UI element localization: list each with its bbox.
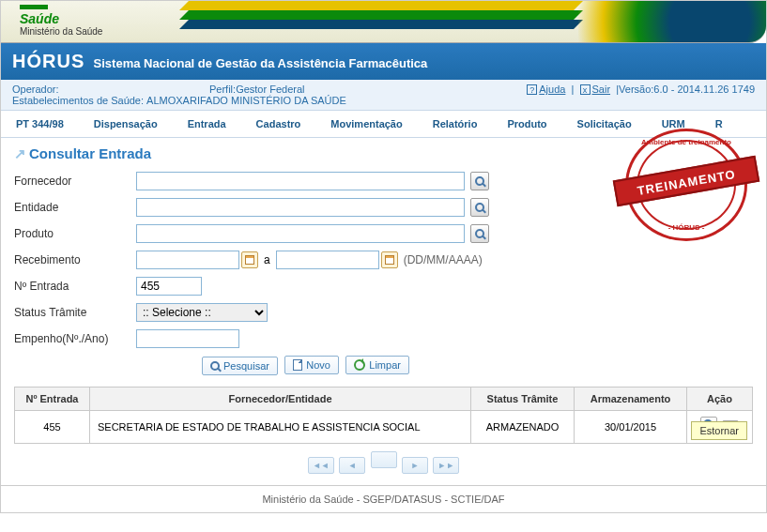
col-armazenamento: Armazenamento: [575, 388, 687, 411]
estab-label: Estabelecimentos de Saúde:: [12, 95, 144, 106]
saude-logo-text: Saúde: [20, 11, 102, 26]
recebimento-hint: (DD/MM/AAAA): [404, 253, 483, 266]
recebimento-to-input[interactable]: [276, 251, 379, 269]
pager-prev[interactable]: ◄: [339, 457, 365, 474]
menu-dispensacao[interactable]: Dispensação: [79, 116, 173, 131]
nentrada-input[interactable]: [136, 277, 202, 296]
novo-button[interactable]: Novo: [284, 356, 339, 374]
menu-entrada[interactable]: Entrada: [173, 116, 241, 131]
entidade-label: Entidade: [14, 201, 136, 214]
tooltip-estornar: Estornar: [691, 421, 747, 440]
col-status: Status Trâmite: [471, 388, 575, 411]
new-icon: [293, 359, 302, 371]
recebimento-from-input[interactable]: [136, 251, 239, 269]
menu-cadastro[interactable]: Cadastro: [241, 116, 316, 131]
perfil-value: Gestor Federal: [236, 84, 304, 95]
operador-label: Operador:: [12, 84, 209, 95]
pager-first[interactable]: ◄◄: [308, 457, 334, 474]
perfil-label: Perfil:: [209, 84, 236, 95]
recebimento-to-calendar-button[interactable]: [381, 251, 398, 268]
cell-fornecedor: SECRETARIA DE ESTADO DE TRABALHO E ASSIS…: [90, 411, 471, 444]
cell-status: ARMAZENADO: [471, 411, 575, 444]
table-row: 455 SECRETARIA DE ESTADO DE TRABALHO E A…: [15, 411, 753, 444]
pager-current[interactable]: [371, 451, 397, 468]
system-tagline: Sistema Nacional de Gestão da Assistênci…: [94, 56, 428, 70]
pesquisar-button[interactable]: Pesquisar: [202, 357, 278, 375]
recebimento-from-calendar-button[interactable]: [241, 251, 258, 268]
stamp-bottom-text: - HÓRUS -: [625, 223, 747, 232]
estab-value: ALMOXARIFADO MINISTÉRIO DA SAÚDE: [146, 95, 346, 106]
menu-produto[interactable]: Produto: [492, 116, 561, 131]
calendar-icon: [245, 255, 254, 265]
empenho-label: Empenho(Nº./Ano): [14, 332, 136, 345]
entidade-input[interactable]: [136, 198, 465, 217]
cell-nentrada: 455: [15, 411, 90, 444]
recebimento-label: Recebimento: [14, 253, 136, 266]
pager-next[interactable]: ►: [402, 457, 428, 474]
nentrada-label: Nº Entrada: [14, 280, 136, 293]
produto-input[interactable]: [136, 224, 465, 243]
search-icon: [475, 203, 484, 212]
help-link[interactable]: Ajuda: [539, 84, 565, 95]
empenho-input[interactable]: [136, 329, 239, 348]
search-icon: [475, 176, 484, 186]
fornecedor-input[interactable]: [136, 172, 465, 190]
status-label: Status Trâmite: [14, 306, 136, 319]
exit-link[interactable]: Sair: [592, 84, 611, 95]
results-table: Nº Entrada Fornecedor/Entidade Status Tr…: [14, 387, 753, 444]
banner: Saúde Ministério da Saúde: [1, 1, 766, 43]
version-text: Versão:6.0 - 2014.11.26 1749: [619, 84, 755, 95]
ministerio-text: Ministério da Saúde: [20, 26, 102, 37]
cell-armazenamento: 30/01/2015: [575, 411, 687, 444]
search-icon: [210, 361, 220, 371]
search-icon: [475, 229, 484, 238]
menu-pt34498[interactable]: PT 344/98: [1, 116, 79, 131]
clear-icon: [354, 359, 365, 371]
col-acao: Ação: [687, 388, 753, 411]
system-name: HÓRUS: [12, 51, 84, 71]
fornecedor-lookup-button[interactable]: [470, 172, 489, 190]
training-stamp: Ambiente de treinamento TREINAMENTO - HÓ…: [625, 129, 747, 241]
col-fornecedor: Fornecedor/Entidade: [90, 388, 471, 411]
fornecedor-label: Fornecedor: [14, 175, 136, 188]
limpar-button[interactable]: Limpar: [345, 356, 409, 374]
exit-icon[interactable]: x: [580, 84, 591, 95]
entidade-lookup-button[interactable]: [470, 198, 489, 217]
title-arrow-icon: ↗: [14, 145, 26, 162]
recebimento-sep: a: [264, 253, 270, 266]
col-nentrada: Nº Entrada: [15, 388, 90, 411]
produto-lookup-button[interactable]: [470, 224, 489, 243]
status-select[interactable]: :: Selecione ::: [136, 303, 268, 322]
pager-last[interactable]: ►►: [433, 457, 459, 474]
calendar-icon: [385, 255, 394, 265]
title-bar: HÓRUS Sistema Nacional de Gestão da Assi…: [1, 43, 766, 80]
stamp-top-text: Ambiente de treinamento: [625, 138, 747, 146]
info-strip: Operador: Perfil:Gestor Federal ?Ajuda |…: [1, 80, 766, 111]
menu-movimentacao[interactable]: Movimentação: [315, 116, 417, 131]
pagination: ◄◄ ◄ ► ►►: [14, 451, 753, 474]
footer: Ministério da Saúde - SGEP/DATASUS - SCT…: [1, 485, 766, 512]
help-icon[interactable]: ?: [527, 84, 537, 95]
produto-label: Produto: [14, 227, 136, 240]
menu-relatorio[interactable]: Relatório: [418, 116, 493, 131]
